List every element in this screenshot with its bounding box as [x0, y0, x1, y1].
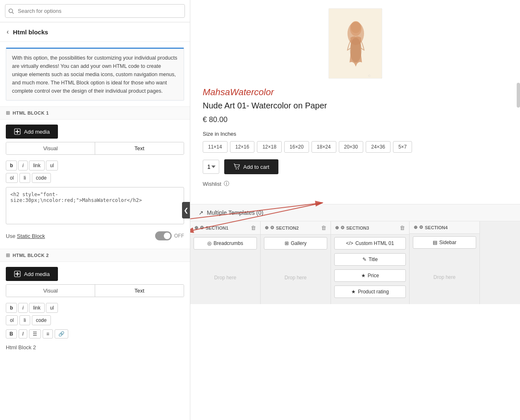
back-button[interactable]: ‹	[7, 28, 9, 36]
bold-btn-2[interactable]: b	[6, 303, 17, 313]
sidebar-block-label: Sidebar	[439, 240, 456, 245]
tab-text-1[interactable]: Text	[95, 142, 184, 154]
quantity-select[interactable]: 1 2 3	[203, 160, 219, 174]
search-input[interactable]	[5, 4, 185, 18]
section-2-move-icon: ⊕	[265, 225, 268, 230]
sidebar-block[interactable]: ▤ Sidebar	[413, 236, 476, 249]
wysiwyg-ol[interactable]: ≡	[43, 329, 53, 338]
tab-visual-2[interactable]: Visual	[6, 285, 95, 297]
custom-html-icon: </>	[346, 240, 353, 246]
section-1-header-left: ⊕ ⚙ SECTION1	[194, 225, 228, 230]
add-media-icon	[14, 128, 21, 135]
tab-visual-1[interactable]: Visual	[6, 142, 95, 154]
section-4-settings-icon[interactable]: ⚙	[419, 225, 423, 230]
ol-btn-2[interactable]: ol	[6, 315, 18, 325]
wysiwyg-italic[interactable]: I	[19, 329, 27, 338]
size-btn-1[interactable]: 12×16	[230, 141, 255, 153]
italic-btn-1[interactable]: i	[18, 161, 28, 170]
ul-btn-1[interactable]: ul	[46, 161, 58, 170]
section-4-drop-zone[interactable]: Drop here	[410, 250, 479, 304]
section-2-delete-button[interactable]: 🗑	[321, 225, 326, 231]
ol-btn-1[interactable]: ol	[6, 173, 18, 183]
static-block-link[interactable]: Static Block	[17, 233, 45, 239]
templates-icon: ↗	[199, 209, 204, 216]
scrollbar[interactable]	[517, 83, 520, 108]
code-btn-1[interactable]: code	[32, 173, 51, 183]
size-btn-4[interactable]: 18×24	[312, 141, 336, 153]
drop-here-label-4: Drop here	[434, 274, 455, 280]
breadcrumbs-block[interactable]: ◎ Breadcrumbs	[194, 237, 257, 250]
product-title: Nude Art 01- Watercolor on Paper	[203, 101, 508, 110]
info-box: With this option, the possibilities for …	[6, 48, 184, 101]
section-1-header: ⊕ ⚙ SECTION1 🗑	[190, 221, 260, 235]
section-3-title: SECTION3	[346, 226, 369, 230]
add-media-icon-2	[14, 271, 21, 277]
svg-text:©: ©	[368, 74, 371, 78]
italic-btn-2[interactable]: i	[18, 303, 28, 313]
search-icon	[8, 8, 14, 14]
size-options: 11×14 12×16 12×18 16×20 18×24 20×30 24×3…	[203, 141, 508, 153]
section-2-header: ⊕ ⚙ SECTION2 🗑	[261, 221, 331, 235]
gallery-block[interactable]: ⊞ Gallery	[264, 237, 327, 250]
section-2-settings-icon[interactable]: ⚙	[270, 225, 274, 230]
size-btn-7[interactable]: 5×7	[393, 141, 412, 153]
section-3-settings-icon[interactable]: ⚙	[340, 225, 345, 230]
li-btn-1[interactable]: li	[19, 173, 30, 183]
section-4-title: SECTION4	[425, 225, 448, 230]
add-to-cart-button[interactable]: Add to cart	[224, 159, 278, 174]
custom-html-block[interactable]: </> Custom HTML 01	[334, 237, 406, 250]
rating-icon: ★	[351, 289, 356, 295]
html-block-1-section: ⊞ HTML BLOCK 1 Add media Visual Text b i…	[0, 106, 190, 249]
html-editor-1[interactable]: <h2 style="font-size:30px;\ncolor:red;">…	[6, 187, 184, 224]
svg-point-0	[9, 9, 13, 12]
section-1-settings-icon[interactable]: ⚙	[200, 225, 204, 230]
ul-btn-2[interactable]: ul	[46, 303, 58, 313]
left-sidebar: ‹ Html blocks With this option, the poss…	[0, 0, 190, 420]
static-block-toggle[interactable]	[155, 231, 172, 240]
tab-text-2[interactable]: Text	[95, 285, 184, 297]
wishlist-info-icon: ⓘ	[224, 180, 229, 187]
add-to-cart-label: Add to cart	[243, 164, 269, 170]
section-2-drop-zone[interactable]: Drop here	[261, 251, 331, 304]
static-block-row: Use Static Block OFF	[0, 227, 190, 245]
wishlist-label[interactable]: Wishlist	[203, 181, 221, 187]
price-block[interactable]: ★ Price	[334, 269, 406, 282]
add-media-label-2: Add media	[24, 271, 50, 277]
section-1-delete-button[interactable]: 🗑	[251, 225, 256, 231]
code-btn-2[interactable]: code	[32, 315, 51, 325]
bold-btn-1[interactable]: b	[6, 161, 17, 170]
collapse-sidebar-handle[interactable]: ❮	[182, 202, 190, 218]
add-media-button-2[interactable]: Add media	[6, 267, 58, 281]
section-1-drop-zone[interactable]: Drop here	[190, 251, 260, 304]
size-btn-0[interactable]: 11×14	[203, 141, 228, 153]
section-3-delete-button[interactable]: 🗑	[400, 225, 405, 231]
wysiwyg-link[interactable]: 🔗	[55, 329, 68, 338]
size-btn-2[interactable]: 12×18	[257, 141, 282, 153]
templates-header: ↗ Multiple Templates (0)	[190, 204, 520, 221]
svg-point-10	[351, 22, 361, 33]
title-block[interactable]: ✎ Title	[334, 253, 406, 266]
product-rating-block[interactable]: ★ Product rating	[334, 286, 406, 298]
cart-icon	[233, 163, 240, 170]
editor-toolbar-row2-1: ol li code	[0, 173, 190, 185]
section-col-2: ⊕ ⚙ SECTION2 🗑 ⊞ Gallery Drop here	[261, 221, 331, 304]
section-3-move-icon: ⊕	[335, 225, 339, 230]
size-btn-6[interactable]: 24×36	[366, 141, 391, 153]
size-btn-5[interactable]: 20×30	[339, 141, 364, 153]
li-btn-2[interactable]: li	[19, 315, 30, 325]
breadcrumbs-label: Breadcrumbs	[213, 240, 243, 246]
html-block2-field-label: Html Block 2	[0, 340, 190, 352]
link-btn-2[interactable]: link	[29, 303, 45, 313]
grid-icon: ⊞	[6, 110, 10, 116]
product-image: ©	[328, 8, 382, 79]
link-btn-1[interactable]: link	[29, 161, 45, 170]
product-rating-label: Product rating	[358, 289, 389, 295]
price-label: Price	[368, 273, 379, 278]
add-media-button-1[interactable]: Add media	[6, 125, 58, 139]
product-preview: © MahsaWatercolor Nude Art 01- Watercolo…	[190, 0, 520, 204]
wysiwyg-ul[interactable]: ☰	[29, 329, 41, 338]
wysiwyg-bold[interactable]: B	[6, 329, 17, 338]
gallery-label: Gallery	[291, 240, 307, 246]
search-bar-container	[0, 0, 190, 22]
size-btn-3[interactable]: 16×20	[284, 141, 309, 153]
